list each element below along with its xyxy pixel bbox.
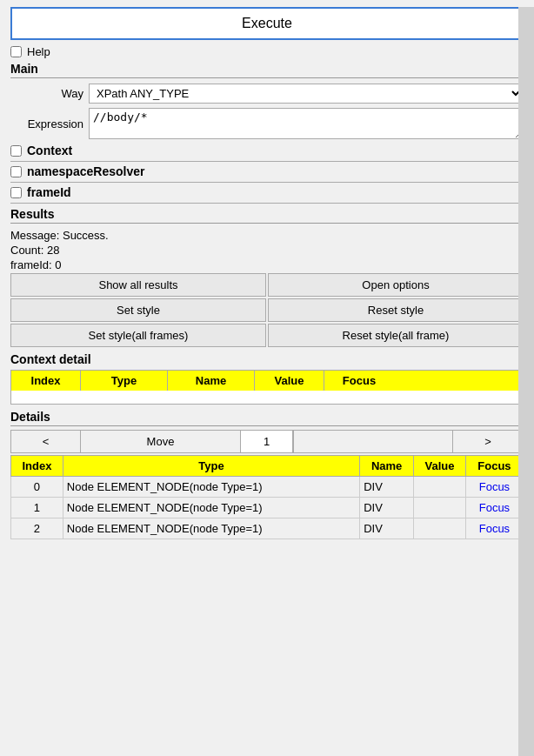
table-row: 2 Node ELEMENT_NODE(node Type=1) DIV Foc… (11, 518, 524, 539)
context-detail-header: Index Type Name Value Focus (10, 370, 524, 391)
expression-label: Expression (10, 117, 89, 130)
context-col-value: Value (255, 371, 324, 391)
results-frame-id: frameId: 0 (10, 258, 524, 271)
details-forward-button[interactable]: > (453, 431, 523, 452)
row0-type: Node ELEMENT_NODE(node Type=1) (63, 477, 359, 498)
row0-index: 0 (11, 477, 63, 498)
results-section-title: Results (10, 207, 524, 224)
set-style-button[interactable]: Set style (10, 298, 266, 322)
table-row: 1 Node ELEMENT_NODE(node Type=1) DIV Foc… (11, 498, 524, 518)
row0-focus[interactable]: Focus (465, 477, 523, 498)
row2-focus[interactable]: Focus (465, 518, 523, 539)
row2-value (414, 518, 466, 539)
details-move-label: Move (81, 431, 241, 452)
scrollbar[interactable] (518, 7, 534, 756)
way-row: Way XPath ANY_TYPE XPath BOOLEAN_TYPE XP… (10, 84, 524, 104)
show-all-results-button[interactable]: Show all results (10, 273, 266, 297)
row1-type: Node ELEMENT_NODE(node Type=1) (63, 498, 359, 518)
context-col-type: Type (81, 371, 168, 391)
row2-index: 2 (11, 518, 63, 539)
help-checkbox[interactable] (10, 46, 22, 57)
details-col-index: Index (11, 456, 63, 477)
reset-style-button[interactable]: Reset style (268, 298, 524, 322)
context-col-index: Index (11, 371, 81, 391)
expression-row: Expression (10, 108, 524, 139)
expression-input[interactable] (89, 108, 524, 139)
main-section-title: Main (10, 62, 524, 78)
namespace-resolver-label: namespaceResolver (27, 164, 144, 178)
frame-id-row: frameId (10, 185, 524, 199)
namespace-resolver-row: namespaceResolver (10, 164, 524, 178)
row1-value (414, 498, 466, 518)
row2-type: Node ELEMENT_NODE(node Type=1) (63, 518, 359, 539)
details-back-button[interactable]: < (11, 431, 81, 452)
reset-style-all-frame-button[interactable]: Reset style(all frame) (268, 324, 524, 347)
frame-id-label: frameId (27, 185, 71, 199)
details-col-type: Type (63, 456, 359, 477)
row0-value (414, 477, 466, 498)
context-col-name: Name (168, 371, 255, 391)
open-options-button[interactable]: Open options (268, 273, 524, 297)
details-col-focus: Focus (465, 456, 523, 477)
help-row: Help (10, 45, 524, 58)
details-nav: < Move > (10, 430, 524, 453)
details-nav-spacer (293, 431, 453, 452)
results-message: Message: Success. (10, 229, 524, 242)
help-label: Help (27, 45, 50, 58)
context-label: Context (27, 144, 72, 157)
frame-id-checkbox[interactable] (10, 187, 22, 198)
details-table: Index Type Name Value Focus 0 Node ELEME… (10, 455, 524, 539)
row1-index: 1 (11, 498, 63, 518)
context-checkbox[interactable] (10, 145, 22, 157)
context-col-focus: Focus (324, 371, 394, 391)
details-section-title: Details (10, 410, 524, 426)
execute-button[interactable]: Execute (10, 7, 524, 40)
status-bar (10, 543, 524, 555)
details-col-name: Name (360, 456, 414, 477)
way-label: Way (10, 87, 89, 100)
row2-name: DIV (360, 518, 414, 539)
way-select[interactable]: XPath ANY_TYPE XPath BOOLEAN_TYPE XPath … (89, 84, 524, 104)
row0-name: DIV (360, 477, 414, 498)
results-buttons: Show all results Open options Set style … (10, 273, 524, 347)
row1-focus[interactable]: Focus (465, 498, 523, 518)
details-page-input[interactable] (241, 431, 293, 452)
set-style-all-frames-button[interactable]: Set style(all frames) (10, 324, 266, 347)
details-col-value: Value (414, 456, 466, 477)
results-count: Count: 28 (10, 244, 524, 257)
namespace-resolver-checkbox[interactable] (10, 166, 22, 177)
context-detail-title: Context detail (10, 352, 524, 366)
row1-name: DIV (360, 498, 414, 518)
table-row: 0 Node ELEMENT_NODE(node Type=1) DIV Foc… (11, 477, 524, 498)
context-row: Context (10, 144, 524, 157)
